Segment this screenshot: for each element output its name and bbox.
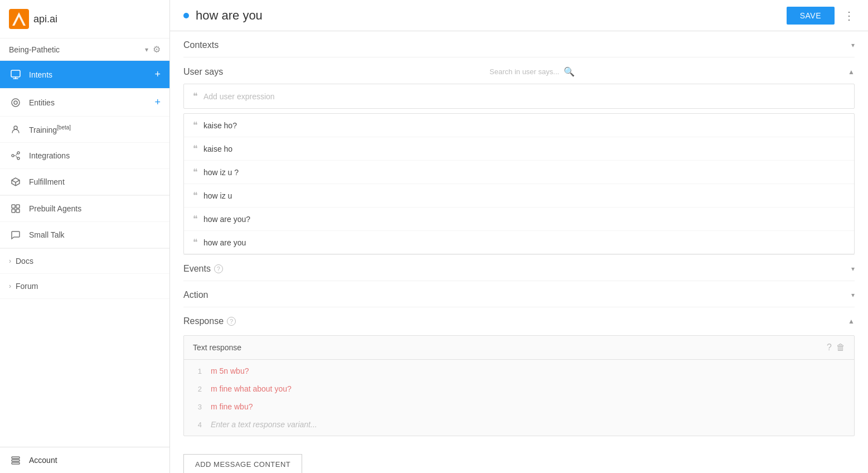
quote-icon: ❝ [193, 91, 198, 102]
logo-text: api.ai [33, 13, 57, 25]
integrations-icon [9, 151, 22, 161]
sidebar: api.ai Being-Pathetic ▾ ⚙ Intents + Enti… [0, 0, 170, 473]
response-text-1: m 5n wbu? [211, 366, 249, 375]
svg-rect-11 [16, 205, 20, 208]
chevron-down-icon[interactable]: ▾ [145, 46, 148, 54]
response-section-header: Response ? ▲ [183, 307, 855, 333]
svg-point-5 [14, 101, 17, 104]
response-help-icon[interactable]: ? [227, 317, 236, 326]
nav-fulfillment[interactable]: Fulfillment [0, 169, 169, 195]
nav-docs[interactable]: › Docs [0, 249, 169, 274]
prebuilt-icon [9, 204, 22, 214]
search-placeholder-text: Search in user says... [489, 67, 559, 76]
svg-point-4 [12, 99, 20, 107]
intent-status-dot [183, 13, 189, 18]
forum-expand-icon: › [9, 282, 11, 290]
search-area: Search in user says... 🔍 [489, 66, 575, 77]
contexts-section-header[interactable]: Contexts ▾ [183, 31, 855, 57]
expression-item[interactable]: ❝ kaise ho [184, 137, 854, 161]
user-says-title: User says [183, 67, 223, 77]
action-toggle-icon[interactable]: ▾ [851, 291, 855, 299]
svg-rect-15 [12, 460, 20, 461]
events-toggle-icon[interactable]: ▾ [851, 265, 855, 273]
user-says-toggle-icon[interactable]: ▲ [848, 68, 855, 76]
nav-small-talk[interactable]: Small Talk [0, 222, 169, 248]
add-expression-placeholder: Add user expression [203, 92, 275, 101]
add-entity-button[interactable]: + [154, 96, 161, 108]
user-says-header: User says Search in user says... 🔍 ▲ [183, 57, 855, 84]
nav-entities[interactable]: Entities + [0, 89, 169, 117]
expression-text-2: kaise ho [203, 144, 232, 153]
expression-item[interactable]: ❝ kaise ho? [184, 114, 854, 137]
text-response-box: Text response ? 🗑 1 m 5n wbu? 2 m fine w… [183, 335, 855, 436]
response-placeholder-4: Enter a text response variant... [211, 420, 317, 429]
expression-item[interactable]: ❝ how iz u ? [184, 161, 854, 184]
nav-prebuilt-agents[interactable]: Prebuilt Agents [0, 196, 169, 222]
nav-integrations[interactable]: Integrations [0, 143, 169, 169]
help-circle-icon[interactable]: ? [827, 342, 832, 353]
expression-text-4: how iz u [203, 191, 232, 200]
response-num-4: 4 [193, 421, 202, 429]
gear-icon[interactable]: ⚙ [153, 44, 161, 55]
expression-text-6: how are you [203, 238, 246, 247]
contexts-toggle-icon[interactable]: ▾ [851, 41, 855, 49]
response-row-4[interactable]: 4 Enter a text response variant... [184, 416, 854, 433]
intent-title: how are you [196, 8, 787, 23]
svg-rect-10 [12, 205, 15, 208]
account-nav-item[interactable]: Account [0, 447, 169, 473]
response-num-2: 2 [193, 385, 202, 393]
agent-selector[interactable]: Being-Pathetic ▾ ⚙ [0, 38, 169, 61]
action-title: Action [183, 290, 208, 300]
expression-item[interactable]: ❝ how are you? [184, 207, 854, 231]
response-rows: 1 m 5n wbu? 2 m fine what about you? 3 m… [184, 360, 854, 436]
nav-training[interactable]: Training[beta] [0, 117, 169, 143]
training-icon [9, 124, 22, 134]
nav-intents[interactable]: Intents + [0, 61, 169, 89]
add-intent-button[interactable]: + [154, 69, 161, 80]
svg-rect-12 [12, 209, 15, 213]
save-button[interactable]: SAVE [787, 7, 835, 25]
events-section-header[interactable]: Events ? ▾ [183, 254, 855, 281]
expression-item[interactable]: ❝ how iz u [184, 184, 854, 207]
fulfillment-label: Fulfillment [29, 177, 161, 186]
content-area: Contexts ▾ User says Search in user says… [170, 31, 868, 473]
add-message-content-button[interactable]: ADD MESSAGE CONTENT [183, 454, 302, 473]
response-row-3[interactable]: 3 m fine wbu? [184, 398, 854, 416]
fulfillment-icon [9, 177, 22, 187]
more-options-icon[interactable]: ⋮ [843, 9, 855, 22]
svg-rect-3 [11, 70, 20, 77]
quote-icon-2: ❝ [193, 143, 198, 154]
response-row-2[interactable]: 2 m fine what about you? [184, 380, 854, 398]
forum-label: Forum [16, 282, 161, 291]
expression-text-1: kaise ho? [203, 121, 237, 130]
events-help-icon[interactable]: ? [214, 264, 223, 273]
search-icon[interactable]: 🔍 [564, 66, 575, 77]
events-left: Events ? [183, 264, 223, 274]
svg-rect-14 [12, 457, 20, 458]
response-num-3: 3 [193, 403, 202, 411]
svg-point-7 [12, 155, 14, 157]
expression-text-3: how iz u ? [203, 168, 239, 177]
logo-icon [9, 9, 29, 29]
response-toggle-icon[interactable]: ▲ [848, 317, 855, 325]
expression-list: ❝ kaise ho? ❝ kaise ho ❝ how iz u ? ❝ ho… [183, 113, 855, 254]
quote-icon-1: ❝ [193, 120, 198, 131]
training-label: Training[beta] [29, 124, 161, 134]
docs-label: Docs [16, 257, 161, 266]
prebuilt-agents-label: Prebuilt Agents [29, 204, 161, 213]
quote-icon-6: ❝ [193, 237, 198, 248]
nav-forum[interactable]: › Forum [0, 274, 169, 299]
account-label: Account [29, 456, 161, 465]
text-response-header: Text response ? 🗑 [184, 336, 854, 360]
add-expression-input[interactable]: ❝ Add user expression [183, 84, 855, 109]
expression-item[interactable]: ❝ how are you [184, 231, 854, 254]
docs-expand-icon: › [9, 257, 11, 265]
response-row-1[interactable]: 1 m 5n wbu? [184, 362, 854, 380]
action-section-header[interactable]: Action ▾ [183, 281, 855, 307]
text-response-title: Text response [193, 343, 241, 352]
quote-icon-3: ❝ [193, 167, 198, 177]
intents-icon [9, 70, 22, 80]
response-left: Response ? [183, 316, 236, 326]
add-message-content-area: ADD MESSAGE CONTENT [183, 445, 855, 473]
delete-response-icon[interactable]: 🗑 [836, 342, 845, 353]
